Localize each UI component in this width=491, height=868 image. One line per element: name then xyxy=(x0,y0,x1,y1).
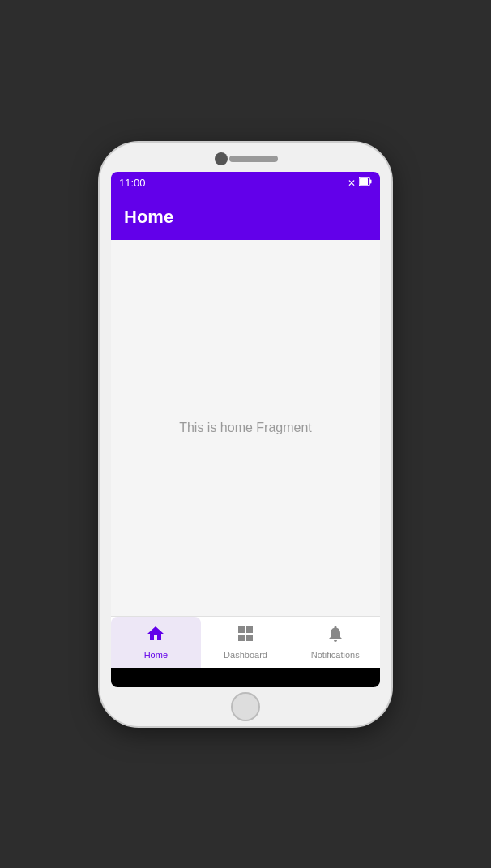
content-area: This is home Fragment xyxy=(111,240,380,616)
status-icons: ✕ xyxy=(348,177,372,189)
phone-camera xyxy=(215,152,228,165)
tab-notifications[interactable]: Notifications xyxy=(290,617,380,668)
app-bar-title: Home xyxy=(124,207,173,228)
android-nav-bar xyxy=(111,668,380,687)
svg-rect-1 xyxy=(360,178,368,185)
phone-screen: 11:00 ✕ Home This is home Fragment xyxy=(111,172,380,687)
dashboard-icon xyxy=(236,624,255,648)
status-time: 11:00 xyxy=(119,177,146,189)
battery-icon xyxy=(359,177,372,189)
close-icon: ✕ xyxy=(348,177,356,189)
phone-frame: 11:00 ✕ Home This is home Fragment xyxy=(100,143,391,726)
notifications-icon xyxy=(326,624,345,648)
tab-home[interactable]: Home xyxy=(111,617,201,668)
home-fragment-text: This is home Fragment xyxy=(179,421,312,435)
tab-notifications-label: Notifications xyxy=(311,650,360,660)
phone-speaker xyxy=(229,156,278,162)
bottom-navigation: Home Dashboard Notifications xyxy=(111,616,380,668)
svg-rect-2 xyxy=(370,180,372,184)
phone-home-button[interactable] xyxy=(231,692,260,721)
home-icon xyxy=(146,624,165,648)
tab-dashboard[interactable]: Dashboard xyxy=(201,617,291,668)
tab-dashboard-label: Dashboard xyxy=(224,650,267,660)
tab-home-label: Home xyxy=(144,650,168,660)
status-bar: 11:00 ✕ xyxy=(111,172,380,195)
app-bar: Home xyxy=(111,195,380,240)
